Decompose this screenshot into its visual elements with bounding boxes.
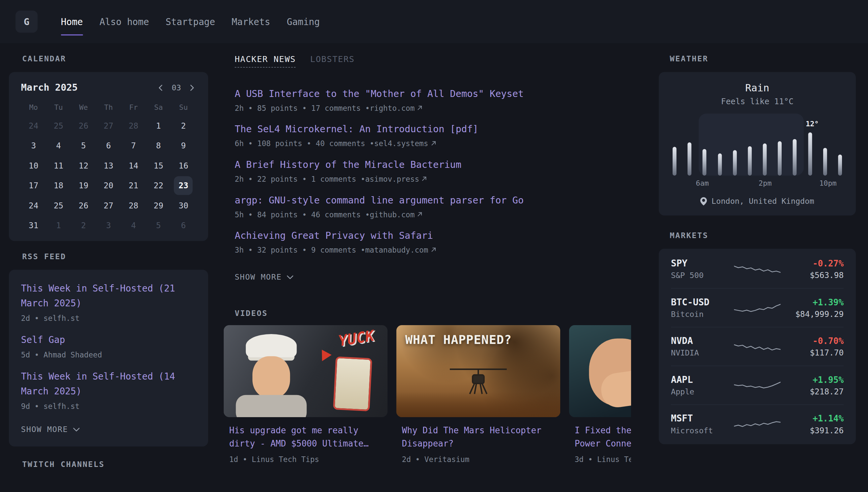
markets-heading: MARKETS bbox=[670, 231, 856, 240]
video-title[interactable]: Why Did The Mars Helicopter Disappear? bbox=[402, 424, 555, 450]
nav-tabs: HomeAlso homeStartpageMarketsGaming bbox=[61, 0, 320, 43]
calendar-day: 25 bbox=[46, 116, 71, 136]
rss-item-title-link[interactable]: This Week in Self-Hosted (14 March 2025) bbox=[21, 369, 196, 399]
main-content: CALENDAR March 2025 03 MoTuWeThFrSaSu bbox=[0, 43, 868, 477]
video-title[interactable]: I Fixed the 5 bbox=[575, 424, 631, 437]
video-card[interactable]: YUCK His upgrade got me really dirty - A… bbox=[224, 325, 388, 464]
market-row[interactable]: SPY S&P 500 -0.27% $563.98 bbox=[671, 250, 844, 288]
market-left: BTC-USD Bitcoin bbox=[671, 297, 734, 319]
story-meta-text: 5h • 84 points • 46 comments • bbox=[235, 210, 370, 219]
logo[interactable]: G bbox=[16, 10, 37, 33]
calendar-day: 28 bbox=[121, 196, 146, 215]
story-title-link[interactable]: A Brief History of the Miracle Bacterium bbox=[235, 159, 462, 170]
rss-item-title-link[interactable]: This Week in Self-Hosted (21 March 2025) bbox=[21, 281, 196, 311]
market-price: $218.27 bbox=[781, 387, 844, 396]
rss-widget: This Week in Self-Hosted (21 March 2025)… bbox=[9, 270, 208, 446]
story-meta: 5h • 84 points • 46 comments • github.co… bbox=[235, 210, 631, 219]
story-domain-link[interactable]: github.com bbox=[370, 210, 422, 219]
calendar-day: 26 bbox=[71, 116, 96, 136]
calendar-day: 3 bbox=[96, 215, 121, 235]
hn-story: The SeL4 Microkernel: An Introduction [p… bbox=[235, 122, 631, 148]
calendar-day: 2 bbox=[171, 116, 196, 136]
market-name: Apple bbox=[671, 387, 734, 396]
video-title[interactable]: His upgrade got me really dirty - AMD $5… bbox=[229, 424, 382, 450]
red-arrow-icon bbox=[317, 350, 332, 364]
story-title-link[interactable]: The SeL4 Microkernel: An Introduction [p… bbox=[235, 124, 478, 135]
calendar-next-icon[interactable] bbox=[187, 83, 196, 92]
calendar-day: 5 bbox=[71, 136, 96, 156]
calendar-weekday: Sa bbox=[146, 101, 171, 116]
weather-bar bbox=[673, 147, 677, 175]
tab-lobsters[interactable]: LOBSTERS bbox=[310, 54, 354, 68]
calendar-grid: 2425262728123456789101112131415161718192… bbox=[21, 116, 196, 236]
calendar-day: 20 bbox=[96, 176, 121, 196]
market-row[interactable]: AAPL Apple +1.95% $218.27 bbox=[671, 366, 844, 404]
calendar-prev-icon[interactable] bbox=[157, 83, 165, 92]
external-link-icon bbox=[430, 141, 436, 146]
thumbnail-overlay-text: YUCK bbox=[337, 327, 375, 349]
market-row[interactable]: BTC-USD Bitcoin +1.39% $84,999.29 bbox=[671, 288, 844, 327]
calendar-weekday: Fr bbox=[121, 101, 146, 116]
market-left: SPY S&P 500 bbox=[671, 258, 734, 280]
nav-tab-also-home[interactable]: Also home bbox=[100, 0, 149, 43]
market-right: -0.27% $563.98 bbox=[781, 259, 844, 280]
nav-tab-gaming[interactable]: Gaming bbox=[287, 0, 320, 43]
market-row[interactable]: MSFT Microsoft +1.14% $391.26 bbox=[671, 404, 844, 443]
weather-condition: Rain bbox=[671, 82, 844, 94]
market-name: Bitcoin bbox=[671, 310, 734, 319]
story-domain-link[interactable]: righto.com bbox=[370, 103, 422, 113]
external-link-icon bbox=[430, 247, 436, 253]
location-pin-icon bbox=[700, 197, 707, 205]
nav-tab-home[interactable]: Home bbox=[61, 0, 83, 43]
story-domain-link[interactable]: matanabudy.com bbox=[365, 245, 436, 254]
thumbnail-decoration bbox=[236, 395, 307, 417]
market-sparkline bbox=[734, 261, 780, 277]
show-more-label: SHOW MORE bbox=[21, 425, 68, 434]
chevron-down-icon bbox=[287, 275, 293, 279]
weather-feels-like: Feels like 11°C bbox=[671, 97, 844, 106]
rss-show-more-button[interactable]: SHOW MORE bbox=[21, 425, 80, 434]
market-change: -0.70% bbox=[781, 336, 844, 346]
nav-tab-markets[interactable]: Markets bbox=[232, 0, 270, 43]
video-thumbnail[interactable]: WHAT HAPPENED? bbox=[396, 325, 560, 417]
video-thumbnail[interactable]: DO bbox=[569, 325, 631, 417]
nav-tab-startpage[interactable]: Startpage bbox=[166, 0, 215, 43]
video-title-line2[interactable]: Power Connect bbox=[575, 437, 631, 450]
market-row[interactable]: NVDA NVIDIA -0.70% $117.70 bbox=[671, 327, 844, 366]
calendar-day: 1 bbox=[146, 116, 171, 136]
calendar-weekday: Su bbox=[171, 101, 196, 116]
middle-column: HACKER NEWSLOBSTERS A USB Interface to t… bbox=[224, 43, 631, 477]
calendar-day: 14 bbox=[121, 156, 146, 175]
rss-item-title-link[interactable]: Self Gap bbox=[21, 333, 196, 347]
calendar-day: 23 bbox=[171, 176, 196, 196]
rss-list: This Week in Self-Hosted (21 March 2025)… bbox=[21, 281, 196, 411]
video-thumbnail[interactable]: YUCK bbox=[224, 325, 388, 417]
story-meta: 3h • 32 points • 9 comments • matanabudy… bbox=[235, 245, 631, 254]
calendar-widget: March 2025 03 MoTuWeThFrSaSu 24252627281… bbox=[9, 72, 208, 241]
calendar-day: 27 bbox=[96, 196, 121, 215]
weather-bar bbox=[703, 149, 707, 176]
story-title-link[interactable]: A USB Interface to the "Mother of All De… bbox=[235, 88, 524, 99]
calendar-day: 17 bbox=[21, 176, 46, 196]
video-card[interactable]: DO I Fixed the 5 Power Connect 3d • Linu… bbox=[569, 325, 631, 464]
video-card[interactable]: WHAT HAPPENED? Why Did The Mars Helicopt… bbox=[396, 325, 560, 464]
rss-item-meta: 5d • Ahmad Shadeed bbox=[21, 350, 196, 359]
story-title-link[interactable]: argp: GNU-style command line argument pa… bbox=[235, 195, 524, 206]
story-meta-text: 2h • 85 points • 17 comments • bbox=[235, 103, 370, 113]
market-ticker: BTC-USD bbox=[671, 297, 734, 308]
hn-story: A Brief History of the Miracle Bacterium… bbox=[235, 157, 631, 183]
calendar-weekday: We bbox=[71, 101, 96, 116]
market-left: AAPL Apple bbox=[671, 375, 734, 396]
story-meta-text: 3h • 32 points • 9 comments • bbox=[235, 245, 365, 254]
story-domain-link[interactable]: asimov.press bbox=[365, 174, 427, 183]
hn-show-more-button[interactable]: SHOW MORE bbox=[235, 272, 293, 281]
story-domain-link[interactable]: sel4.systems bbox=[374, 139, 436, 148]
tab-hacker-news[interactable]: HACKER NEWS bbox=[235, 54, 296, 68]
market-ticker: SPY bbox=[671, 258, 734, 269]
calendar-day: 16 bbox=[171, 156, 196, 175]
weather-bar bbox=[793, 139, 797, 176]
weather-hour-label: 2pm bbox=[759, 179, 771, 187]
market-ticker: MSFT bbox=[671, 413, 734, 424]
story-title-link[interactable]: Achieving Great Privacy with Safari bbox=[235, 230, 433, 241]
left-column: CALENDAR March 2025 03 MoTuWeThFrSaSu bbox=[9, 43, 208, 477]
